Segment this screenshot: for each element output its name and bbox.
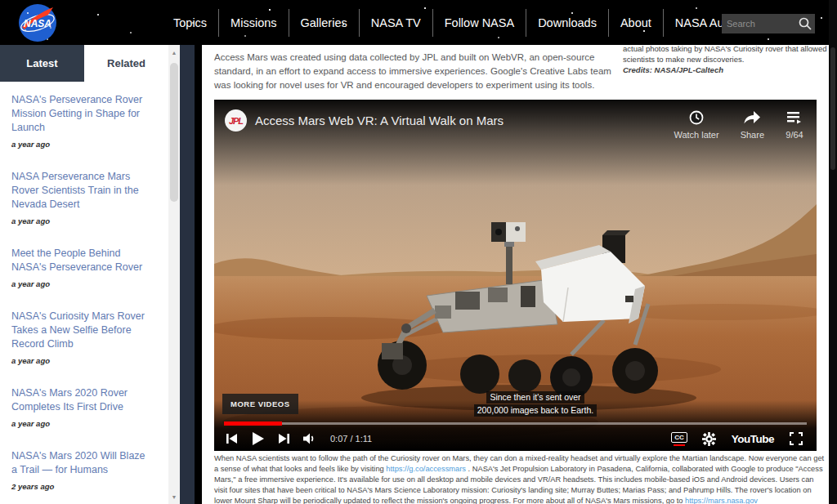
playlist-position: 9/64 (786, 130, 803, 140)
tab-related[interactable]: Related (84, 45, 168, 82)
youtube-player[interactable]: JPL Access Mars Web VR: A Virtual Walk o… (214, 100, 817, 451)
jpl-logo-text: JPL (229, 116, 243, 126)
svg-text:NASA: NASA (24, 18, 51, 29)
article-link[interactable]: Meet the People Behind NASA's Perseveran… (11, 247, 147, 274)
nav-item-missions[interactable]: Missions (218, 9, 288, 37)
list-item: Meet the People Behind NASA's Perseveran… (11, 247, 147, 288)
credit-line: Credits: NASA/JPL-Caltech (623, 65, 827, 75)
sidebar-scroll-thumb[interactable] (170, 63, 178, 202)
nav-item-follow-nasa[interactable]: Follow NASA (432, 9, 526, 37)
next-icon (278, 433, 290, 444)
article-age: a year ago (11, 279, 147, 288)
image-credit: actual photos taking by NASA's Curiosity… (623, 43, 827, 75)
main-nav: Topics Missions Galleries NASA TV Follow… (162, 0, 776, 45)
sidebar-scrollbar[interactable]: ▲ ▼ (168, 45, 180, 504)
nav-item-downloads[interactable]: Downloads (526, 9, 608, 37)
related-article-list: NASA's Perseverance Rover Mission Gettin… (0, 82, 168, 504)
scroll-up-icon[interactable]: ▲ (168, 47, 180, 58)
nav-item-galleries[interactable]: Galleries (289, 9, 359, 37)
nav-item-topics[interactable]: Topics (162, 9, 218, 37)
article-link[interactable]: NASA's Mars 2020 Will Blaze a Trail — fo… (11, 449, 147, 477)
player-top-actions: Watch later Share 9/64 (674, 109, 803, 140)
list-item: NASA's Perseverance Rover Mission Gettin… (11, 93, 147, 149)
video-description: When NASA scientists want to follow the … (214, 453, 826, 504)
main-content: Access Mars was created using data colle… (202, 45, 829, 504)
top-nav-bar: NASA Topics Missions Galleries NASA TV F… (0, 0, 837, 45)
nav-item-nasa-tv[interactable]: NASA TV (359, 9, 432, 37)
list-item: NASA's Curiosity Mars Rover Takes a New … (11, 310, 147, 365)
tab-latest[interactable]: Latest (0, 45, 84, 82)
article-link[interactable]: NASA's Perseverance Rover Mission Gettin… (11, 93, 147, 135)
share-icon (743, 109, 761, 126)
previous-button[interactable] (222, 430, 240, 448)
playlist-icon (786, 109, 803, 126)
fullscreen-icon (790, 432, 803, 445)
list-item: NASA Perseverance Mars Rover Scientists … (11, 170, 147, 225)
watch-later-button[interactable]: Watch later (674, 109, 718, 140)
article-age: a year ago (11, 356, 147, 365)
volume-icon (302, 432, 317, 445)
article-link[interactable]: NASA Perseverance Mars Rover Scientists … (11, 170, 147, 212)
article-age: a year ago (11, 140, 147, 149)
sidebar-divider (180, 45, 195, 504)
sidebar: Latest Related NASA's Perseverance Rover… (0, 45, 168, 504)
more-videos-button[interactable]: MORE VIDEOS (222, 394, 298, 414)
controls-right: CC (671, 430, 805, 448)
credit-text: actual photos taking by NASA's Curiosity… (623, 44, 826, 64)
volume-button[interactable] (301, 430, 319, 448)
watch-later-label: Watch later (674, 130, 718, 140)
list-item: NASA's Mars 2020 Will Blaze a Trail — fo… (11, 449, 147, 491)
search-icon[interactable] (797, 16, 813, 32)
previous-icon (226, 433, 238, 444)
page-scroll-thumb[interactable] (830, 47, 835, 170)
article-link[interactable]: NASA's Mars 2020 Rover Completes Its Fir… (11, 386, 147, 414)
jpl-channel-avatar[interactable]: JPL (225, 109, 247, 132)
search-input[interactable] (722, 19, 797, 29)
article-intro: Access Mars was created using data colle… (214, 51, 618, 92)
article-age: 2 years ago (11, 482, 147, 491)
content-gutter (195, 45, 202, 504)
list-item: NASA's Mars 2020 Rover Completes Its Fir… (11, 386, 147, 428)
player-controls: 0:07 / 1:11 CC (214, 424, 817, 451)
settings-button[interactable] (700, 430, 718, 448)
captions-toggle[interactable]: CC (671, 432, 687, 446)
clock-icon (688, 109, 705, 126)
play-icon (252, 432, 264, 445)
share-button[interactable]: Share (741, 109, 764, 140)
nasa-logo[interactable]: NASA (18, 3, 57, 42)
share-label: Share (741, 130, 764, 140)
page-scrollbar[interactable] (829, 0, 837, 504)
next-button[interactable] (275, 430, 293, 448)
page: NASA Topics Missions Galleries NASA TV F… (0, 0, 837, 504)
time-display: 0:07 / 1:11 (330, 434, 372, 444)
nav-item-about[interactable]: About (608, 9, 663, 37)
controls-left: 0:07 / 1:11 (222, 430, 372, 448)
caption-line: 200,000 images back to Earth. (474, 404, 597, 417)
playlist-button[interactable]: 9/64 (786, 109, 803, 140)
sidebar-tabs: Latest Related (0, 45, 168, 82)
play-button[interactable] (248, 430, 266, 448)
closed-captions: Since then it's sent over 200,000 images… (450, 390, 621, 417)
article-age: a year ago (11, 216, 147, 225)
article-age: a year ago (11, 419, 147, 428)
settings-gear-icon (702, 432, 716, 446)
article-link[interactable]: NASA's Curiosity Mars Rover Takes a New … (11, 310, 147, 351)
search-box (722, 14, 815, 33)
accessmars-link[interactable]: https://g.co/accessmars (386, 465, 466, 473)
scroll-down-icon[interactable]: ▼ (168, 491, 180, 502)
mars-nasa-gov-link[interactable]: https://mars.nasa.gov (685, 497, 758, 504)
video-title-link[interactable]: Access Mars Web VR: A Virtual Walk on Ma… (255, 114, 504, 127)
captions-icon: CC (671, 432, 687, 443)
fullscreen-button[interactable] (787, 430, 805, 448)
youtube-logo[interactable]: YouTube (732, 433, 774, 445)
captions-on-indicator (674, 444, 685, 446)
caption-line: Since then it's sent over (486, 391, 584, 404)
